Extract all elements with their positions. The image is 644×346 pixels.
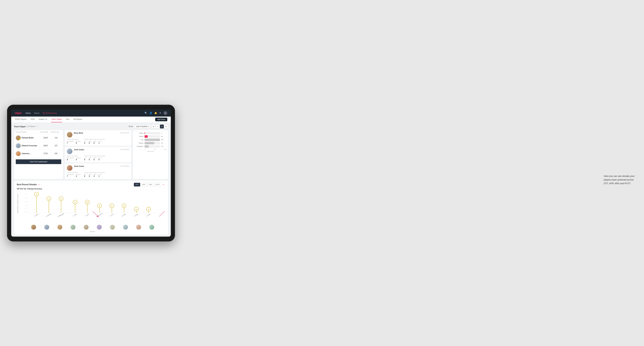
filter-app-btn[interactable]: APP xyxy=(140,183,147,186)
player-stats: Total Rounds Tournament 7 Practice xyxy=(67,139,129,144)
bar-row-pars: Pars 499 xyxy=(135,139,166,141)
nav-home[interactable]: Home xyxy=(26,111,30,115)
player-name: Josh Coles xyxy=(74,165,84,167)
pb-avg-sq: 110 xyxy=(51,137,61,139)
subnav-pgat[interactable]: PGAT Players xyxy=(15,116,27,122)
player-name: Edward Crossman xyxy=(22,145,37,147)
arrow-left-icon: ← xyxy=(38,183,41,186)
table-view-btn[interactable]: ⊟ xyxy=(164,125,168,128)
bar-fill-dbogeys xyxy=(144,145,149,148)
search-icon[interactable]: 🔍 xyxy=(144,112,147,114)
player-info: 3 Cameron... xyxy=(16,151,40,156)
bar-label: D.Bogeys+ xyxy=(135,146,144,147)
col-player-name: PLAYER NAME xyxy=(16,131,40,133)
total-practice-group: Total Practice Activities OTT 0 APP xyxy=(84,172,105,177)
streaks-chart-container: Best Streak, Fairway Accuracy 7 6 5 xyxy=(17,192,165,232)
subnav-team-clippd[interactable]: Team Clippd xyxy=(51,116,62,122)
user-icon[interactable]: 👤 xyxy=(150,112,152,114)
arrow-right-icon: ← xyxy=(162,183,165,186)
bar-row-dbogeys: D.Bogeys+ 131 xyxy=(135,145,166,148)
bar-row-bogeys: Bogeys 311 xyxy=(135,142,166,144)
bell-icon[interactable]: 🔔 xyxy=(154,112,157,114)
user-avatar[interactable]: U xyxy=(164,111,167,115)
edit-icon[interactable]: ✏ xyxy=(36,126,38,127)
chart-x-axis: 0 200 400 xyxy=(135,149,166,150)
bar-value: 311 xyxy=(161,142,166,144)
players-panel: Rees Britt 02 Sep 2023 Total Rounds Tour xyxy=(65,130,131,179)
shot-chart-panel: Eagles 3 Birdies xyxy=(133,130,168,179)
annotation-box: Here you can see streaks your players ha… xyxy=(604,174,639,185)
svg-text:4x: 4x xyxy=(111,205,113,207)
total-rounds-group: Total Rounds Tournament 7 Practice xyxy=(67,139,81,144)
sub-nav-right: Add Team xyxy=(155,118,167,121)
bar-label: Pars xyxy=(135,139,144,141)
avatar xyxy=(67,149,72,154)
pb-score: 19/20 xyxy=(40,137,51,139)
practice-row: OTT 0 APP 0 ARG xyxy=(84,141,105,144)
bar-fill-pars xyxy=(144,139,160,141)
avatar: 2 xyxy=(16,143,21,148)
x-label-200: 200 xyxy=(154,149,156,150)
annotation-text: Here you can see streaks your players ha… xyxy=(604,175,634,185)
filter-arg-btn[interactable]: ARG xyxy=(147,183,154,186)
table-row[interactable]: 2 Edward Crossman 18/20 107 xyxy=(14,142,63,150)
nav-teams[interactable]: Teams xyxy=(34,111,40,115)
player-date: 26 Aug 2023 xyxy=(120,165,129,167)
svg-text:6: 6 xyxy=(26,197,26,199)
bar-value: 96 xyxy=(161,136,166,137)
card-view-btn[interactable]: ◫ xyxy=(160,125,164,128)
player-name: Richard Butler xyxy=(22,137,34,139)
chart-footer-label: Total Shots xyxy=(135,151,166,152)
bar-container xyxy=(144,135,160,138)
subnav-tour[interactable]: Tour xyxy=(66,116,70,122)
streaks-filter: OTT APP ARG PUTT ← xyxy=(134,183,165,186)
app-logo: clippd xyxy=(15,112,21,114)
view-leaderboard-button[interactable]: View Full Leaderboard xyxy=(16,159,61,164)
rank-badge-silver: 2 xyxy=(18,146,21,148)
nav-my-performance[interactable]: My Performance xyxy=(43,111,57,115)
streaks-header: Best Round Streaks ← OTT APP ARG PUTT ← xyxy=(17,183,165,186)
filter-dropdown[interactable]: Last 3 months ▾ xyxy=(134,125,150,128)
player-card[interactable]: Josh Coles 26 Aug 2023 Total Rounds Tour xyxy=(65,147,131,162)
practice-row: OTT 0 APP 0 ARG xyxy=(84,157,105,161)
list-view-btn[interactable]: ≡ xyxy=(156,125,160,128)
col-pb-avg-sq: PB AVG SQ xyxy=(51,131,61,133)
svg-text:6x: 6x xyxy=(60,198,62,200)
table-row[interactable]: 1 Richard Butler 19/20 110 xyxy=(14,134,63,142)
svg-text:4x: 4x xyxy=(99,205,100,207)
bar-value: 131 xyxy=(161,146,166,147)
horizontal-bars: Eagles 3 Birdies xyxy=(135,132,166,148)
filter-putt-btn[interactable]: PUTT xyxy=(154,183,162,186)
x-label-400: 400 xyxy=(164,149,166,150)
player-card[interactable]: Rees Britt 02 Sep 2023 Total Rounds Tour xyxy=(65,130,131,146)
player-card-header: Josh Coles 26 Aug 2023 xyxy=(67,149,129,154)
arg-col: ARG 0 xyxy=(94,141,96,144)
player-avatar xyxy=(97,225,102,230)
player-stats: Total Rounds Tournament 7 Practice xyxy=(67,172,129,177)
app-col: APP 0 xyxy=(89,141,92,144)
subnav-pga[interactable]: PGA xyxy=(30,116,35,122)
table-row[interactable]: 3 Cameron... 17/20 103 xyxy=(14,150,63,158)
player-name: Cameron... xyxy=(22,153,31,155)
rank-badge-gold: 1 xyxy=(18,138,21,140)
player-info: 2 Edward Crossman xyxy=(16,143,40,148)
tournament-value: 7 xyxy=(67,142,74,144)
pb-avg-sq: 107 xyxy=(51,145,61,147)
subnav-all-players[interactable]: All Players xyxy=(73,116,82,122)
grid-view-btn[interactable]: ⊞ xyxy=(152,125,156,128)
col-pb-score: PB SCORE xyxy=(40,131,51,133)
subnav-hcaps[interactable]: Hcaps 1-5 xyxy=(38,116,48,122)
player-card-info: Rees Britt xyxy=(74,132,83,134)
bar-label: Birdies xyxy=(135,136,144,137)
player-avatar xyxy=(123,225,128,230)
settings-icon[interactable]: ⚙ xyxy=(159,112,161,114)
top-navigation: clippd Home Teams My Performance 🔍 👤 🔔 ⚙… xyxy=(11,110,171,117)
x-label-0: 0 xyxy=(144,149,145,150)
ott-col: OTT 0 xyxy=(84,141,87,144)
filter-ott-btn[interactable]: OTT xyxy=(134,183,140,186)
streaks-section: Best Round Streaks ← OTT APP ARG PUTT ← … xyxy=(14,181,168,234)
player-date: 02 Sep 2023 xyxy=(120,132,129,134)
add-team-button[interactable]: Add Team xyxy=(155,118,167,121)
player-card[interactable]: Josh Coles 26 Aug 2023 Total Rounds Tour xyxy=(65,163,131,179)
svg-text:0: 0 xyxy=(26,211,26,213)
